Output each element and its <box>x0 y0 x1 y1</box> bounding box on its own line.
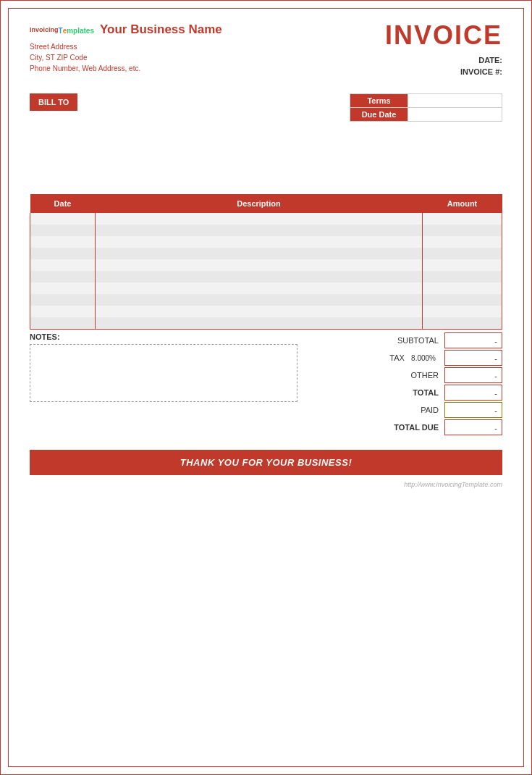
address-line3: Phone Number, Web Address, etc. <box>30 63 222 74</box>
row-date[interactable] <box>30 282 96 294</box>
row-amount[interactable] <box>423 317 502 330</box>
due-date-label: Due Date <box>350 108 408 122</box>
row-date[interactable] <box>30 317 96 330</box>
row-amount[interactable] <box>423 213 502 225</box>
row-date[interactable] <box>30 271 96 282</box>
logo-area: InvoicingTemplates Your Business Name <box>30 22 222 38</box>
logo-templates-rest: mplates <box>67 27 94 35</box>
invoice-title: INVOICE <box>385 22 502 49</box>
header-left: InvoicingTemplates Your Business Name St… <box>30 22 222 74</box>
row-description[interactable] <box>96 225 423 236</box>
row-amount[interactable] <box>423 294 502 306</box>
row-amount[interactable] <box>423 248 502 259</box>
terms-label: Terms <box>350 94 408 108</box>
row-date[interactable] <box>30 225 96 236</box>
paid-row: PAID - <box>336 402 502 418</box>
row-amount[interactable] <box>423 225 502 236</box>
bill-address-area <box>30 129 502 187</box>
total-due-value: - <box>444 419 502 435</box>
table-row[interactable] <box>30 317 502 330</box>
notes-label: NOTES: <box>30 332 321 341</box>
items-table: Date Description Amount <box>30 194 502 330</box>
row-date[interactable] <box>30 294 96 306</box>
subtotal-row: SUBTOTAL - <box>336 332 502 348</box>
total-due-row: TOTAL DUE - <box>336 419 502 435</box>
row-description[interactable] <box>96 282 423 294</box>
logo-box: InvoicingTemplates <box>30 27 94 35</box>
row-description[interactable] <box>96 294 423 306</box>
watermark: http://www.InvoicingTemplate.com <box>30 481 502 488</box>
bill-terms-row: BILL TO Terms Due Date <box>30 93 502 122</box>
row-date[interactable] <box>30 248 96 259</box>
tax-row: TAX 8.000% - <box>336 350 502 366</box>
tax-label: TAX 8.000% <box>336 353 444 362</box>
row-date[interactable] <box>30 213 96 225</box>
row-description[interactable] <box>96 271 423 282</box>
summary-notes-row: NOTES: SUBTOTAL - TAX 8.000% - OTHER - T… <box>30 332 502 437</box>
total-row: TOTAL - <box>336 385 502 401</box>
row-amount[interactable] <box>423 259 502 271</box>
date-invoice: DATE: INVOICE #: <box>385 56 502 76</box>
row-date[interactable] <box>30 236 96 248</box>
col-date-header: Date <box>30 194 96 213</box>
table-row[interactable] <box>30 213 502 225</box>
table-row[interactable] <box>30 225 502 236</box>
row-description[interactable] <box>96 236 423 248</box>
table-row[interactable] <box>30 306 502 317</box>
row-description[interactable] <box>96 248 423 259</box>
row-description[interactable] <box>96 213 423 225</box>
subtotal-value: - <box>444 332 502 348</box>
row-amount[interactable] <box>423 236 502 248</box>
logo-invoicing: Invoicing <box>30 27 59 34</box>
table-row[interactable] <box>30 259 502 271</box>
table-row[interactable] <box>30 282 502 294</box>
row-description[interactable] <box>96 306 423 317</box>
table-row[interactable] <box>30 236 502 248</box>
address-line1: Street Address <box>30 41 222 52</box>
total-value: - <box>444 385 502 401</box>
header: InvoicingTemplates Your Business Name St… <box>30 22 502 79</box>
row-amount[interactable] <box>423 271 502 282</box>
subtotal-label: SUBTOTAL <box>336 336 444 345</box>
row-date[interactable] <box>30 306 96 317</box>
notes-area: NOTES: <box>30 332 321 402</box>
table-row[interactable] <box>30 271 502 282</box>
due-date-value[interactable] <box>408 108 502 122</box>
row-date[interactable] <box>30 259 96 271</box>
notes-box[interactable] <box>30 344 297 402</box>
total-label: TOTAL <box>336 388 444 397</box>
invoice-page: InvoicingTemplates Your Business Name St… <box>0 0 532 775</box>
bill-to-badge: BILL TO <box>30 93 77 111</box>
summary-table: SUBTOTAL - TAX 8.000% - OTHER - TOTAL - … <box>336 332 502 437</box>
row-description[interactable] <box>96 317 423 330</box>
tax-rate: 8.000% <box>411 354 436 362</box>
invoice-num-label: INVOICE #: <box>460 67 502 76</box>
address-line2: City, ST ZIP Code <box>30 52 222 63</box>
other-label: OTHER <box>336 371 444 380</box>
total-due-label: TOTAL DUE <box>336 423 444 432</box>
row-amount[interactable] <box>423 282 502 294</box>
business-name: Your Business Name <box>100 22 222 37</box>
date-label: DATE: <box>478 56 502 64</box>
col-description-header: Description <box>96 194 423 213</box>
terms-value[interactable] <box>408 94 502 108</box>
footer-bar: THANK YOU FOR YOUR BUSINESS! <box>30 450 502 475</box>
other-row: OTHER - <box>336 367 502 383</box>
paid-value: - <box>444 402 502 418</box>
table-row[interactable] <box>30 294 502 306</box>
row-description[interactable] <box>96 259 423 271</box>
paid-label: PAID <box>336 406 444 414</box>
header-right: INVOICE DATE: INVOICE #: <box>385 22 502 79</box>
row-amount[interactable] <box>423 306 502 317</box>
table-row[interactable] <box>30 248 502 259</box>
other-value: - <box>444 367 502 383</box>
col-amount-header: Amount <box>423 194 502 213</box>
tax-value: - <box>444 350 502 366</box>
terms-table: Terms Due Date <box>350 93 502 122</box>
